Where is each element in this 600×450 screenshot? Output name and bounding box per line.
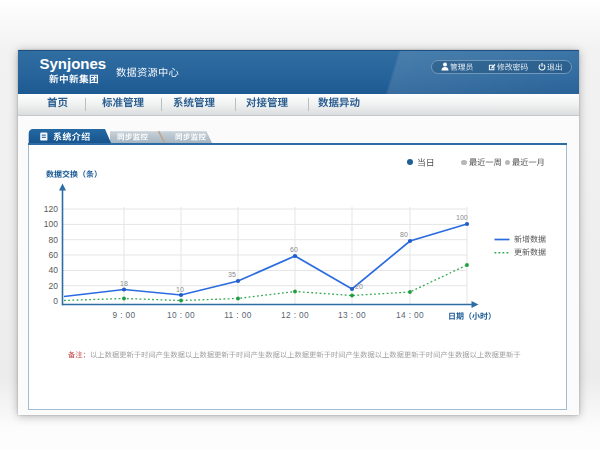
svg-text:80: 80 (400, 231, 408, 238)
svg-text:10: 10 (176, 286, 184, 293)
svg-text:80: 80 (49, 235, 59, 245)
svg-text:9 : 00: 9 : 00 (112, 310, 135, 320)
svg-text:20: 20 (49, 281, 59, 291)
svg-text:60: 60 (290, 246, 298, 253)
svg-text:120: 120 (44, 204, 58, 214)
svg-text:40: 40 (49, 265, 59, 275)
svg-text:12 : 00: 12 : 00 (281, 310, 309, 320)
svg-text:11 : 00: 11 : 00 (224, 310, 252, 320)
svg-text:10 : 00: 10 : 00 (167, 310, 195, 320)
svg-text:18: 18 (120, 280, 128, 287)
svg-text:100: 100 (44, 219, 58, 229)
svg-text:0: 0 (53, 296, 58, 306)
svg-text:35: 35 (228, 271, 236, 278)
svg-text:14 : 00: 14 : 00 (396, 310, 424, 320)
svg-text:20: 20 (355, 283, 363, 290)
svg-text:60: 60 (49, 250, 59, 260)
svg-text:100: 100 (456, 214, 468, 221)
svg-text:13 : 00: 13 : 00 (338, 310, 366, 320)
